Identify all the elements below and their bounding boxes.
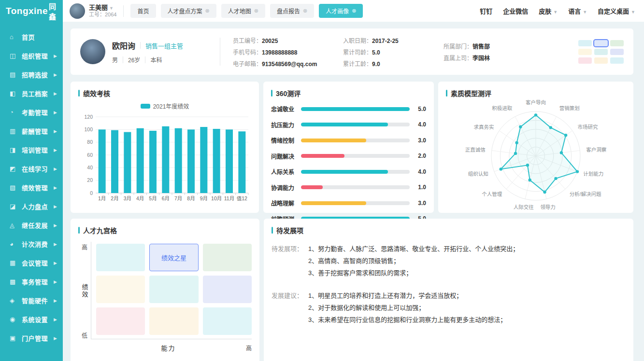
review-360-track	[301, 107, 410, 111]
mini-grid-cell	[610, 57, 624, 64]
close-icon[interactable]: ⊗	[205, 8, 210, 14]
development-sections: 待发展项：1、努力勤奋、人脉广泛、思路清晰、敬业专业、开拓行业、个人业绩突出；2…	[272, 243, 626, 326]
tab-人才画像[interactable]: 人才画像⊗	[319, 4, 363, 18]
talent-review-icon: ◪	[10, 203, 17, 210]
sidebar-item-label: 系统设置	[22, 315, 54, 324]
sidebar-item-绩效管理[interactable]: ▧绩效管理▶	[0, 178, 63, 197]
logo-text-en: Tongxine	[6, 6, 48, 16]
mini-nine-grid-indicator	[578, 40, 624, 64]
sidebar-item-首页[interactable]: ⌂首页	[0, 28, 63, 46]
topbar-action-钉钉[interactable]: 钉钉	[480, 6, 492, 15]
chevron-right-icon: ▶	[54, 279, 57, 284]
sidebar-item-门户管理[interactable]: ▣门户管理▶	[0, 329, 63, 347]
performance-legend[interactable]: 2021年度绩效	[78, 102, 251, 110]
sidebar-item-事务管理[interactable]: ▩事务管理▶	[0, 272, 63, 291]
sidebar-item-系统设置[interactable]: ◉系统设置▶	[0, 310, 63, 329]
employee-age: 26岁	[128, 56, 140, 64]
review-360-track	[301, 185, 410, 189]
sidebar-item-考勤管理[interactable]: ◔考勤管理▶	[0, 103, 63, 122]
review-360-row: 情绪控制3.0	[271, 136, 426, 144]
review-360-row: 抗压能力4.0	[271, 121, 426, 129]
review-360-label: 抗压能力	[271, 121, 301, 129]
nine-grid-cells: 绩效之星	[96, 244, 252, 335]
review-360-row: 忠诚敬业5.0	[271, 105, 426, 113]
tab-人才盘点方案[interactable]: 人才盘点方案⊗	[161, 4, 216, 18]
recruit-icon: ▤	[10, 71, 17, 78]
nine-grid-title: 人才九宫格	[78, 225, 252, 235]
svg-text:组织认知: 组织认知	[468, 171, 488, 177]
close-icon[interactable]: ⊗	[352, 8, 356, 14]
attendance-icon: ◔	[10, 109, 17, 116]
review-360-fill	[301, 170, 388, 174]
tab-首页[interactable]: 首页	[130, 4, 156, 18]
tab-label: 盘点报告	[277, 7, 300, 15]
employee-fields-col1: 员工编号：20025手机号码：13988888888电子邮箱：913548569…	[233, 36, 343, 68]
field-label: 所属部门：	[444, 43, 472, 50]
mini-grid-cell	[594, 40, 608, 46]
performance-icon: ▧	[10, 184, 17, 191]
sidebar-item-培训管理[interactable]: ◨培训管理▶	[0, 140, 63, 159]
topbar-action-自定义桌面[interactable]: 自定义桌面▼	[598, 6, 635, 15]
sidebar-item-人力盘点[interactable]: ◪人力盘点▶	[0, 197, 63, 216]
mini-grid-cell	[578, 57, 592, 64]
review-360-label: 情绪控制	[271, 136, 301, 144]
sidebar-item-招聘选拔[interactable]: ▤招聘选拔▶	[0, 65, 63, 84]
chevron-right-icon: ▶	[54, 167, 57, 171]
topbar: 王美丽▼ 工号：2064 首页人才盘点方案⊗人才地图⊗盘点报告⊗人才画像⊗ 钉钉…	[63, 0, 644, 22]
svg-text:求真务实: 求真务实	[474, 124, 494, 130]
sidebar-item-label: 人力盘点	[22, 202, 54, 211]
review-360-label: 战略理解	[271, 199, 301, 207]
review-360-track	[301, 123, 410, 126]
current-user-meta: 王美丽▼ 工号：2064	[89, 4, 116, 18]
sidebar-item-label: 计次消费	[22, 239, 54, 249]
sidebar-item-label: 员工档案	[22, 89, 54, 98]
review-360-fill	[301, 139, 366, 142]
svg-text:6月: 6月	[162, 195, 170, 201]
svg-text:1月: 1月	[98, 195, 106, 201]
svg-text:3月: 3月	[124, 195, 131, 201]
svg-text:40: 40	[87, 165, 93, 170]
review-360-track	[301, 154, 410, 158]
employee-job-title[interactable]: 销售一组主管	[145, 41, 183, 50]
nine-grid-cell	[96, 244, 145, 271]
sidebar-item-薪酬管理[interactable]: ▥薪酬管理▶	[0, 122, 63, 140]
field-value: 销售部	[472, 43, 490, 50]
close-icon[interactable]: ⊗	[254, 8, 258, 14]
tab-盘点报告[interactable]: 盘点报告⊗	[270, 4, 314, 18]
employee-field: 累计司龄：5.0	[343, 48, 444, 56]
topbar-action-皮肤[interactable]: 皮肤▼	[539, 6, 558, 15]
chevron-right-icon: ▶	[54, 91, 57, 96]
sidebar-item-计次消费[interactable]: ◕计次消费▶	[0, 235, 63, 253]
svg-text:2月: 2月	[111, 195, 118, 201]
quality-model-title: 素质模型测评	[446, 88, 626, 98]
review-360-value: 5.0	[410, 106, 426, 112]
topbar-action-语言[interactable]: 语言▼	[568, 6, 587, 15]
employee-field: 手机号码：13988888888	[233, 48, 343, 56]
chevron-down-icon: ▼	[109, 6, 114, 11]
sidebar-item-组织管理[interactable]: ◫组织管理▶	[0, 46, 63, 65]
review-360-value: 2.0	[410, 153, 426, 159]
topbar-action-企业微信[interactable]: 企业微信	[503, 6, 528, 15]
development-section-items: 1、努力勤奋、人脉广泛、思路清晰、敬业专业、开拓行业、个人业绩突出；2、高情商、…	[308, 243, 519, 279]
current-user-name[interactable]: 王美丽▼	[89, 4, 116, 12]
review-360-fill	[301, 123, 388, 126]
sidebar-item-继任发展[interactable]: ◬继任发展▶	[0, 216, 63, 235]
chevron-right-icon: ▶	[54, 129, 57, 134]
development-item: 1、努力勤奋、人脉广泛、思路清晰、敬业专业、开拓行业、个人业绩突出；	[308, 243, 519, 255]
sidebar-item-label: 考勤管理	[22, 108, 54, 117]
sidebar-item-会议管理[interactable]: ▦会议管理▶	[0, 253, 63, 272]
current-user-avatar[interactable]	[70, 3, 85, 19]
sidebar-item-在线学习[interactable]: ◩在线学习▶	[0, 159, 63, 178]
tab-人才地图[interactable]: 人才地图⊗	[221, 4, 265, 18]
tab-strip: 首页人才盘点方案⊗人才地图⊗盘点报告⊗人才画像⊗	[130, 4, 363, 18]
sidebar-item-智能硬件[interactable]: ◈智能硬件▶	[0, 291, 63, 310]
review-360-row: 问题解决2.0	[271, 152, 426, 160]
close-icon[interactable]: ⊗	[303, 8, 307, 14]
review-360-value: 3.0	[410, 200, 426, 207]
sidebar-item-label: 薪酬管理	[22, 126, 54, 136]
svg-text:值12: 值12	[237, 195, 247, 201]
performance-panel-title: 绩效考核	[78, 88, 251, 98]
svg-text:分析/解决问题: 分析/解决问题	[570, 191, 601, 197]
review-360-track	[301, 201, 410, 205]
sidebar-item-员工档案[interactable]: ◧员工档案▶	[0, 84, 63, 103]
